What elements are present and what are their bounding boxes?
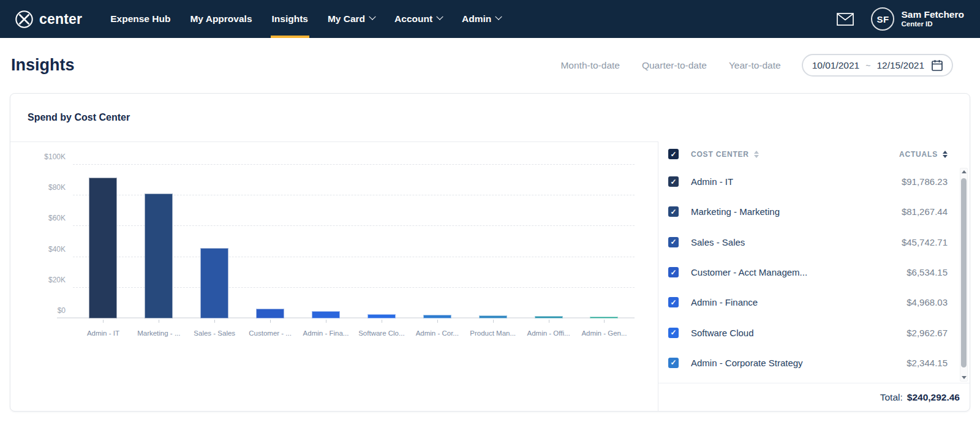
date-range-end: 12/15/2021 bbox=[876, 60, 924, 71]
scroll-down-icon[interactable] bbox=[960, 376, 967, 379]
center-logo-icon bbox=[15, 10, 34, 29]
cost-center-name: Customer - Acct Managem... bbox=[691, 267, 807, 277]
date-preset-link[interactable]: Month-to-date bbox=[560, 60, 620, 71]
nav-item[interactable]: Insights bbox=[262, 0, 318, 38]
check-icon: ✓ bbox=[670, 238, 676, 246]
cost-center-name: Sales - Sales bbox=[691, 237, 745, 247]
x-axis-tick-label: Admin - Offi... bbox=[521, 329, 576, 337]
row-checkbox[interactable]: ✓ bbox=[668, 267, 679, 277]
date-range-separator: ~ bbox=[865, 61, 870, 70]
table-scrollbar[interactable] bbox=[960, 168, 968, 382]
row-checkbox[interactable]: ✓ bbox=[668, 176, 679, 187]
x-axis-tick-label: Customer - ... bbox=[243, 329, 298, 337]
bar-slot bbox=[590, 165, 618, 318]
bar-slot bbox=[479, 165, 507, 318]
user-subtitle: Center ID bbox=[901, 20, 964, 29]
table-row: ✓ Admin - Finance $4,968.03 bbox=[658, 287, 970, 317]
bar[interactable] bbox=[368, 314, 396, 318]
actuals-value: $2,962.67 bbox=[907, 328, 948, 338]
table-row: ✓ Admin - IT $91,786.23 bbox=[658, 167, 970, 197]
row-checkbox[interactable]: ✓ bbox=[668, 206, 679, 217]
date-presets: Month-to-dateQuarter-to-dateYear-to-date bbox=[560, 60, 780, 71]
x-axis-tick-label: Admin - IT bbox=[75, 329, 130, 337]
cost-center-name: Admin - IT bbox=[691, 176, 733, 187]
spend-by-cost-center-card: Spend by Cost Center $0$20K$40K$60K$80K$… bbox=[10, 93, 970, 412]
nav-item[interactable]: Admin bbox=[452, 0, 511, 38]
row-checkbox[interactable]: ✓ bbox=[668, 297, 679, 307]
avatar-initials: SF bbox=[876, 14, 889, 24]
date-filters: Month-to-dateQuarter-to-dateYear-to-date… bbox=[560, 54, 953, 77]
card-header: Spend by Cost Center bbox=[10, 94, 970, 141]
table-row: ✓ Software Cloud $2,962.67 bbox=[658, 317, 970, 347]
x-axis-tick-label: Admin - Fina... bbox=[298, 329, 353, 337]
check-icon: ✓ bbox=[670, 151, 676, 158]
nav-item[interactable]: My Approvals bbox=[180, 0, 262, 38]
select-all-checkbox[interactable]: ✓ bbox=[668, 149, 679, 159]
date-preset-link[interactable]: Quarter-to-date bbox=[642, 60, 707, 71]
check-icon: ✓ bbox=[670, 178, 676, 186]
page-title: Insights bbox=[11, 56, 75, 75]
bar[interactable] bbox=[312, 311, 340, 318]
nav-items: Expense Hub My Approvals Insights My Car… bbox=[100, 0, 511, 38]
bar-slot bbox=[423, 165, 451, 318]
user-text: Sam Fetchero Center ID bbox=[901, 9, 964, 29]
date-preset-link[interactable]: Year-to-date bbox=[729, 60, 781, 71]
x-axis-tick-label: Marketing - ... bbox=[131, 329, 186, 337]
x-axis-tick-label: Product Man... bbox=[466, 329, 521, 337]
bar-slot bbox=[145, 165, 173, 318]
chevron-down-icon bbox=[496, 13, 502, 20]
bar[interactable] bbox=[535, 316, 563, 318]
card-title: Spend by Cost Center bbox=[28, 112, 130, 123]
bar[interactable] bbox=[89, 178, 117, 318]
row-checkbox[interactable]: ✓ bbox=[668, 237, 679, 247]
date-range-picker[interactable]: 10/01/2021 ~ 12/15/2021 bbox=[802, 54, 953, 77]
nav-item[interactable]: My Card bbox=[318, 0, 385, 38]
bar[interactable] bbox=[256, 309, 284, 318]
bar[interactable] bbox=[423, 315, 451, 318]
actuals-value: $2,344.15 bbox=[907, 358, 948, 368]
y-axis-tick-label: $40K bbox=[23, 245, 66, 254]
bar-slot bbox=[89, 165, 117, 318]
calendar-icon bbox=[932, 59, 943, 71]
chevron-down-icon bbox=[436, 13, 443, 20]
nav-item-label: Account bbox=[394, 13, 432, 24]
scrollbar-thumb[interactable] bbox=[961, 178, 967, 367]
bar-slot bbox=[256, 165, 284, 318]
cost-center-name: Admin - Finance bbox=[691, 297, 758, 307]
total-label: Total: bbox=[880, 392, 903, 403]
sort-actuals-icon[interactable] bbox=[943, 151, 948, 158]
bar[interactable] bbox=[145, 194, 173, 318]
sort-cost-center-icon[interactable] bbox=[754, 151, 759, 158]
actuals-value: $45,742.71 bbox=[902, 237, 948, 247]
nav-right: SF Sam Fetchero Center ID bbox=[837, 7, 964, 31]
cost-center-name: Marketing - Marketing bbox=[691, 206, 780, 217]
table-row: ✓ Marketing - Marketing $81,267.44 bbox=[658, 197, 970, 227]
check-icon: ✓ bbox=[670, 208, 676, 216]
table-rows: ✓ Admin - IT $91,786.23 ✓ Marketing - Ma… bbox=[658, 167, 970, 383]
user-menu[interactable]: SF Sam Fetchero Center ID bbox=[871, 7, 964, 31]
card-body: $0$20K$40K$60K$80K$100K Admin - ITMarket… bbox=[10, 141, 970, 411]
row-checkbox[interactable]: ✓ bbox=[668, 328, 679, 338]
envelope-icon bbox=[837, 13, 854, 26]
bar[interactable] bbox=[479, 315, 507, 318]
nav-item[interactable]: Expense Hub bbox=[100, 0, 180, 38]
nav-item-label: My Approvals bbox=[190, 13, 252, 24]
column-header-cost-center: COST CENTER bbox=[691, 150, 749, 159]
cost-center-name: Software Cloud bbox=[691, 328, 754, 338]
page-header: Insights Month-to-dateQuarter-to-dateYea… bbox=[11, 54, 953, 77]
chevron-down-icon bbox=[369, 13, 375, 20]
row-checkbox[interactable]: ✓ bbox=[668, 358, 679, 368]
brand-logo[interactable]: center bbox=[15, 10, 82, 29]
bar[interactable] bbox=[200, 248, 228, 318]
messages-button[interactable] bbox=[837, 13, 854, 26]
chart-bars bbox=[73, 165, 635, 318]
user-name: Sam Fetchero bbox=[901, 9, 964, 20]
bar[interactable] bbox=[590, 317, 618, 318]
x-axis-tick-label: Admin - Gen... bbox=[576, 329, 631, 337]
bar-slot bbox=[535, 165, 563, 318]
nav-item[interactable]: Account bbox=[385, 0, 452, 38]
x-axis-tick-label: Admin - Cor... bbox=[410, 329, 465, 337]
cost-center-name: Admin - Corporate Strategy bbox=[691, 358, 803, 368]
scroll-up-icon[interactable] bbox=[960, 170, 967, 173]
bar-chart: $0$20K$40K$60K$80K$100K bbox=[73, 165, 635, 318]
